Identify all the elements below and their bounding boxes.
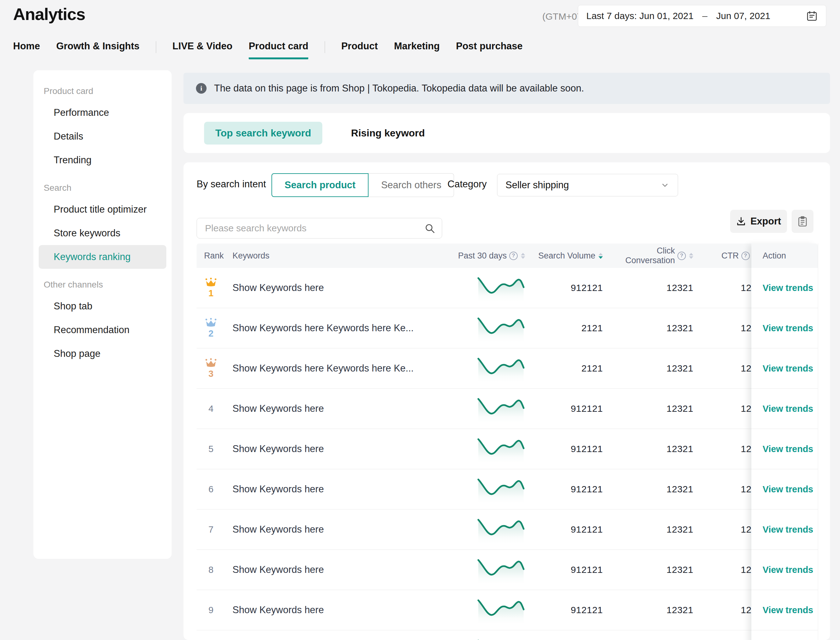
sidebar-item[interactable]: Recommendation xyxy=(39,318,166,342)
view-trends-link[interactable]: View trends xyxy=(763,484,813,494)
trend-sparkline xyxy=(476,395,525,423)
view-trends-link[interactable]: View trends xyxy=(763,363,813,374)
sidebar-item[interactable]: Keywords ranking xyxy=(39,245,166,269)
table-header-row: Rank Keywords Past 30 days ? Search Volu… xyxy=(196,243,818,268)
click-conversion-value: 12321 xyxy=(666,283,693,293)
view-trends-link[interactable]: View trends xyxy=(763,525,813,535)
keyword-search-input[interactable] xyxy=(196,218,442,238)
rank-badge: 1 xyxy=(204,278,218,298)
crown-icon xyxy=(205,318,217,328)
col-header-rank: Rank xyxy=(196,251,233,261)
sort-icon[interactable] xyxy=(521,253,525,259)
primary-nav: HomeGrowth & InsightsLIVE & VideoProduct… xyxy=(13,41,539,59)
keyword-text: Show Keywords here Keywords here Ke... xyxy=(233,363,414,374)
nav-item[interactable]: Growth & Insights xyxy=(56,41,139,58)
rank-badge: 6 xyxy=(204,484,218,494)
search-volume-value: 912121 xyxy=(571,524,603,534)
action-cell: View trends xyxy=(751,590,818,630)
search-intent-option[interactable]: Search product xyxy=(271,173,369,197)
table-row: 6 Show Keywords here 91 xyxy=(196,469,818,509)
keyword-tab[interactable]: Top search keyword xyxy=(204,122,323,144)
help-icon[interactable]: ? xyxy=(509,252,517,260)
col-header-volume[interactable]: Search Volume xyxy=(527,251,605,261)
sidebar-section-header: Product card xyxy=(39,83,166,99)
info-banner-text: The data on this page is from Shop | Tok… xyxy=(214,83,584,94)
keyword-text: Show Keywords here xyxy=(233,564,324,575)
view-trends-link[interactable]: View trends xyxy=(763,605,813,615)
trend-sparkline xyxy=(476,274,525,302)
nav-item[interactable]: Home xyxy=(13,41,40,58)
sidebar-item[interactable]: Product title optimizer xyxy=(39,198,166,221)
col-header-action: Action xyxy=(751,243,818,268)
table-row: 9 Show Keywords here 91 xyxy=(196,590,818,630)
nav-item[interactable]: Product card xyxy=(249,41,308,59)
action-cell: View trends xyxy=(751,349,818,389)
search-intent-segmented: Search productSearch others xyxy=(271,173,454,197)
crown-icon xyxy=(205,278,217,288)
keyword-text: Show Keywords here xyxy=(233,605,324,615)
help-icon[interactable]: ? xyxy=(741,252,750,260)
trend-sparkline xyxy=(476,515,525,544)
help-icon[interactable]: ? xyxy=(677,252,686,260)
col-header-click-conversion[interactable]: Click Conversation ? xyxy=(605,246,702,266)
export-button-label: Export xyxy=(751,216,781,227)
action-cell: View trends xyxy=(751,630,818,640)
download-icon xyxy=(736,216,746,226)
category-label: Category xyxy=(447,179,487,190)
search-icon[interactable] xyxy=(425,223,435,234)
date-range-picker[interactable]: Last 7 days: Jun 01, 2021 – Jun 07, 2021 xyxy=(578,5,826,27)
date-range-separator: – xyxy=(703,11,708,21)
nav-item[interactable]: Marketing xyxy=(394,41,440,58)
info-banner: i The data on this page is from Shop | T… xyxy=(184,73,830,104)
table-row: 7 Show Keywords here 91 xyxy=(196,509,818,550)
sidebar-section-header: Search xyxy=(39,180,166,196)
view-trends-link[interactable]: View trends xyxy=(763,404,813,414)
rank-badge: 3 xyxy=(204,358,218,379)
export-button[interactable]: Export xyxy=(730,210,787,233)
sidebar-item[interactable]: Details xyxy=(39,125,166,148)
keyword-tab[interactable]: Rising keyword xyxy=(340,122,436,144)
click-conversion-value: 12321 xyxy=(666,605,693,615)
col-header-trend[interactable]: Past 30 days ? xyxy=(445,251,527,261)
nav-item[interactable]: LIVE & Video xyxy=(172,41,233,58)
search-volume-value: 912121 xyxy=(571,605,603,615)
sort-icon-active-desc[interactable] xyxy=(599,253,603,259)
action-cell: View trends xyxy=(751,308,818,349)
nav-item[interactable]: Post purchase xyxy=(456,41,523,58)
view-trends-link[interactable]: View trends xyxy=(763,565,813,575)
chevron-down-icon xyxy=(660,181,670,190)
sidebar-item[interactable]: Shop page xyxy=(39,342,166,366)
category-select-value: Seller shipping xyxy=(506,179,569,191)
sidebar-item[interactable]: Store keywords xyxy=(39,221,166,245)
click-conversion-value: 12321 xyxy=(666,565,693,575)
rank-badge: 5 xyxy=(204,444,218,454)
sidebar-item[interactable]: Shop tab xyxy=(39,294,166,318)
clipboard-icon xyxy=(797,216,808,227)
rank-badge: 7 xyxy=(204,525,218,535)
view-trends-link[interactable]: View trends xyxy=(763,283,813,293)
click-conversion-value: 12321 xyxy=(666,484,693,494)
sidebar: Product card PerformanceDetailsTrending … xyxy=(34,70,172,559)
search-volume-value: 2121 xyxy=(581,363,603,373)
trend-sparkline xyxy=(476,314,525,342)
click-conversion-value: 12321 xyxy=(666,403,693,414)
view-trends-link[interactable]: View trends xyxy=(763,444,813,454)
sidebar-item[interactable]: Performance xyxy=(39,101,166,125)
nav-item[interactable]: Product xyxy=(341,41,378,58)
page-title: Analytics xyxy=(13,4,85,24)
sort-icon[interactable] xyxy=(689,253,693,259)
crown-icon xyxy=(205,358,217,368)
search-volume-value: 2121 xyxy=(581,323,603,333)
keyword-text: Show Keywords here xyxy=(233,282,324,293)
keyword-tabs: Top search keywordRising keyword xyxy=(184,113,830,153)
category-select[interactable]: Seller shipping xyxy=(497,174,678,196)
sidebar-item[interactable]: Trending xyxy=(39,148,166,172)
action-cell: View trends xyxy=(751,389,818,429)
view-trends-link[interactable]: View trends xyxy=(763,323,813,333)
table-row: 10 Show Keywords here 9 xyxy=(196,630,818,640)
search-volume-value: 912121 xyxy=(571,444,603,454)
keyword-text: Show Keywords here Keywords here Ke... xyxy=(233,323,414,333)
search-intent-option[interactable]: Search others xyxy=(369,173,454,197)
report-list-button[interactable] xyxy=(792,210,813,233)
sidebar-section: Product card PerformanceDetailsTrending xyxy=(39,83,166,172)
